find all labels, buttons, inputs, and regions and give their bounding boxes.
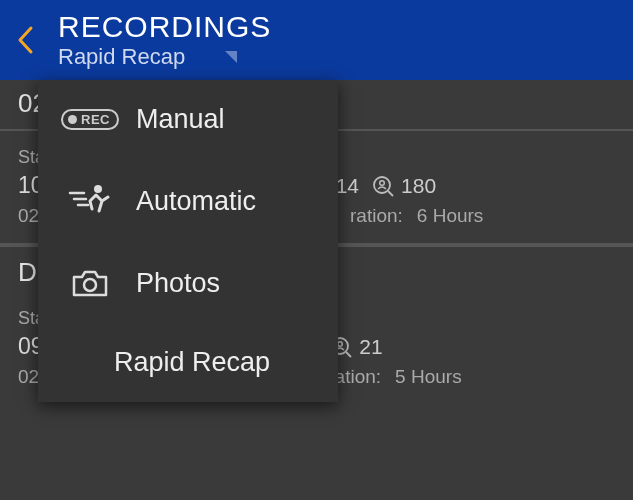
dropdown-item-photos[interactable]: Photos bbox=[38, 243, 338, 323]
dropdown-item-rapid-recap[interactable]: Rapid Recap bbox=[38, 323, 338, 402]
filter-dropdown-trigger[interactable]: Rapid Recap bbox=[58, 44, 271, 70]
person-search-icon bbox=[371, 174, 395, 198]
svg-point-12 bbox=[338, 341, 343, 346]
app-header: RECORDINGS Rapid Recap bbox=[0, 0, 633, 80]
filter-dropdown-menu: REC Manual Automatic Photos Rapid Recap bbox=[38, 80, 338, 402]
stat-people-value: 21 bbox=[359, 335, 382, 359]
chevron-left-icon bbox=[16, 25, 34, 55]
svg-point-18 bbox=[84, 279, 96, 291]
svg-point-5 bbox=[380, 180, 385, 185]
dropdown-item-automatic[interactable]: Automatic bbox=[38, 159, 338, 243]
rec-icon: REC bbox=[66, 109, 114, 130]
stat-pages-value: 14 bbox=[336, 174, 359, 198]
dropdown-triangle-icon bbox=[225, 51, 237, 63]
svg-point-14 bbox=[94, 185, 102, 193]
stat-people-value: 180 bbox=[401, 174, 436, 198]
stat-people: 180 bbox=[371, 174, 436, 198]
dropdown-item-manual[interactable]: REC Manual bbox=[38, 80, 338, 159]
dropdown-item-label: Automatic bbox=[136, 186, 256, 217]
camera-icon bbox=[66, 267, 114, 299]
page-title: RECORDINGS bbox=[58, 10, 271, 44]
duration-value: 6 Hours bbox=[417, 205, 484, 227]
filter-label: Rapid Recap bbox=[58, 44, 185, 70]
back-button[interactable] bbox=[10, 20, 40, 60]
header-titles: RECORDINGS Rapid Recap bbox=[58, 10, 271, 70]
svg-line-6 bbox=[388, 191, 393, 196]
dropdown-item-label: Rapid Recap bbox=[114, 347, 270, 378]
duration-value: 5 Hours bbox=[395, 366, 462, 388]
svg-line-13 bbox=[346, 352, 351, 357]
duration-label: ration: bbox=[350, 205, 403, 227]
motion-icon bbox=[66, 183, 114, 219]
dropdown-item-label: Photos bbox=[136, 268, 220, 299]
dropdown-item-label: Manual bbox=[136, 104, 225, 135]
